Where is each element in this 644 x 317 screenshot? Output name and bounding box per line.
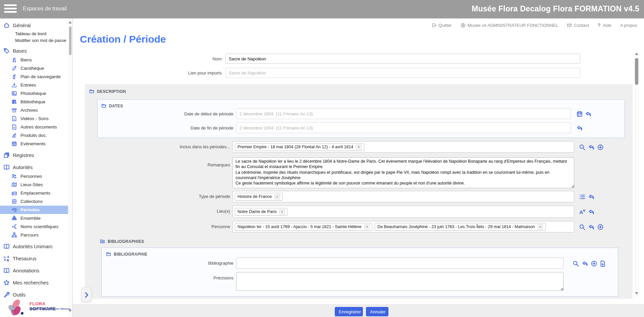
new-document-icon[interactable]: [599, 260, 606, 267]
sidebar-item-bibliotheque[interactable]: Bibliothèque: [0, 98, 68, 106]
type-periode-field[interactable]: Histoire de France ×: [232, 191, 574, 202]
sidebar-item-carotheque[interactable]: Carothèque: [0, 64, 68, 72]
folder-icon: [89, 89, 94, 94]
sidebar-item-archives[interactable]: Archives: [0, 106, 68, 114]
sidebar-item-autorites-unimarc[interactable]: Autorités Unimarc: [0, 241, 68, 251]
sidebar-item-bases[interactable]: Bases: [0, 46, 68, 56]
sidebar-item-thesaurus[interactable]: ABThesaurus: [0, 253, 68, 263]
precisions-textarea[interactable]: [236, 272, 564, 291]
scroll-down-icon[interactable]: [635, 292, 638, 295]
sidebar-item-entrees[interactable]: Entrées: [0, 81, 68, 89]
sidebar-item-lieux-sites[interactable]: Lieux-Sites: [0, 180, 68, 189]
sidebar-scrollbar[interactable]: [68, 18, 72, 317]
download-tray-icon: [11, 82, 17, 88]
sidebar-item-plan-de-sauvegarde[interactable]: Plan de sauvegarde: [0, 72, 68, 81]
sidebar-item-noms-scientifiques[interactable]: Noms scientifiques: [0, 222, 68, 231]
undo-icon[interactable]: [588, 194, 595, 200]
search-icon[interactable]: [579, 224, 586, 230]
inclus-periodes-field[interactable]: Premier Empire - 18 mai 1804 (28 Floréal…: [232, 141, 574, 153]
sidebar-item-parcours[interactable]: Parcours: [0, 231, 68, 239]
bibliographie-input[interactable]: [236, 258, 564, 269]
chip-remove-icon[interactable]: ×: [364, 224, 370, 229]
undo-icon[interactable]: [585, 111, 592, 117]
sidebar-item-label: Vidéos - Sons: [20, 116, 49, 121]
add-circle-icon[interactable]: [597, 144, 604, 151]
sidebar-item-personnes[interactable]: Personnes: [0, 172, 68, 180]
remarques-textarea[interactable]: Le sacre de Napoléon Ier a lieu le 2 déc…: [232, 157, 574, 188]
sidebar-item-label: Ensemble: [20, 216, 41, 221]
sidebar-item-modifier-son-mot-de-passe[interactable]: Modifier son mot de passe: [0, 37, 68, 44]
type-chip: Histoire de France ×: [235, 193, 283, 201]
search-icon[interactable]: [579, 144, 586, 151]
sidebar-item-outils[interactable]: Outils: [0, 289, 68, 300]
calendar-picker-icon[interactable]: [576, 111, 583, 117]
aide-link[interactable]: ? Aide: [598, 22, 611, 28]
alphabetical-index-icon[interactable]: A: [579, 209, 586, 215]
expand-panel-button[interactable]: [81, 287, 92, 302]
sidebar-item-label: Entrées: [20, 83, 36, 88]
flora-software-logo: FLORA SOFTWARE Bibliothèques | Archives …: [6, 299, 68, 317]
sidebar-item-label: Carothèque: [20, 66, 44, 71]
sidebar: GénéralTableau de bordModifier son mot d…: [0, 18, 73, 317]
chip-remove-icon[interactable]: ×: [356, 145, 361, 150]
contact-link[interactable]: Contact: [567, 23, 589, 28]
date-fin-input[interactable]: [236, 122, 571, 133]
sidebar-item-produits-doc[interactable]: Produits doc.: [0, 131, 68, 140]
undo-icon[interactable]: [576, 125, 583, 131]
undo-icon[interactable]: [588, 144, 595, 151]
add-circle-icon[interactable]: [597, 224, 604, 230]
sidebar-item-registres[interactable]: Registres: [0, 150, 68, 160]
bibliographie-label: Bibliographie: [134, 261, 233, 266]
date-debut-input[interactable]: [236, 108, 571, 119]
list-icon[interactable]: [579, 194, 586, 200]
sidebar-item-videos-sons[interactable]: Vidéos - Sons: [0, 114, 68, 123]
sidebar-item-periodes[interactable]: Périodes: [0, 206, 68, 214]
lieux-field[interactable]: Notre Dame de Paris ×: [232, 206, 574, 218]
nom-input[interactable]: [225, 54, 580, 64]
sidebar-item-label: Noms scientifiques: [20, 224, 58, 229]
chip-remove-icon[interactable]: ×: [279, 209, 285, 214]
scroll-up-icon[interactable]: [635, 53, 638, 55]
chip-remove-icon[interactable]: ×: [538, 224, 543, 229]
sidebar-item-collections[interactable]: Collections: [0, 197, 68, 206]
type-periode-label: Type de période: [134, 194, 230, 199]
sidebar-item-annotations[interactable]: Annotations: [0, 265, 68, 275]
svg-text:B: B: [7, 258, 9, 261]
undo-icon[interactable]: [588, 224, 595, 230]
svg-text:A: A: [579, 209, 583, 215]
sidebar-item-tableau-de-bord[interactable]: Tableau de bord: [0, 30, 68, 37]
undo-icon[interactable]: [588, 209, 595, 215]
app-window: Espaces de travail Musée Flora Decalog F…: [0, 0, 644, 317]
sidebar-item-autres-documents[interactable]: Autres documents: [0, 123, 68, 131]
personne-field[interactable]: Napoléon Ier - 15 août 1769 - Ajaccio - …: [232, 221, 574, 232]
save-button[interactable]: Enregistrer: [335, 307, 363, 316]
sidebar-item-biens[interactable]: Biens: [0, 56, 68, 64]
search-icon[interactable]: [573, 260, 579, 267]
main-content: Création / Période Nom Lien pour imports…: [73, 32, 644, 304]
sidebar-item-autorites[interactable]: Autorités: [0, 162, 68, 172]
sidebar-item-phototheque[interactable]: Photothèque: [0, 89, 68, 98]
add-circle-icon[interactable]: [591, 260, 597, 267]
description-section-title: DESCRIPTION: [89, 89, 126, 94]
sidebar-item-general[interactable]: Général: [0, 20, 68, 30]
user-account-link[interactable]: Musée v4 ADMINISTRATEUR FONCTIONNEL: [461, 23, 558, 28]
undo-icon[interactable]: [582, 260, 588, 267]
chip-remove-icon[interactable]: ×: [274, 194, 280, 199]
fire-extinguisher-icon: [11, 74, 17, 80]
cancel-button[interactable]: Annuler: [366, 307, 388, 316]
main-scrollbar-thumb[interactable]: [635, 58, 638, 85]
lien-imports-input[interactable]: [225, 68, 580, 78]
sidebar-item-label: Emplacements: [20, 191, 50, 196]
sidebar-item-emplacements[interactable]: Emplacements: [0, 189, 68, 197]
scroll-up-icon[interactable]: [68, 21, 72, 23]
sidebar-scrollbar-thumb[interactable]: [69, 27, 71, 55]
sidebar-item-label: Mes recherches: [13, 280, 49, 285]
sidebar-item-mes-recherches[interactable]: Mes recherches: [0, 277, 68, 287]
main-scrollbar[interactable]: [634, 51, 639, 297]
open-book-icon: [3, 267, 10, 274]
apropos-link[interactable]: A propos: [620, 23, 637, 28]
hamburger-menu-icon[interactable]: [4, 4, 17, 14]
sidebar-item-evenements[interactable]: Evènements: [0, 140, 68, 148]
sidebar-item-ensemble[interactable]: Ensemble: [0, 214, 68, 222]
quitter-link[interactable]: Quitter: [432, 23, 452, 28]
